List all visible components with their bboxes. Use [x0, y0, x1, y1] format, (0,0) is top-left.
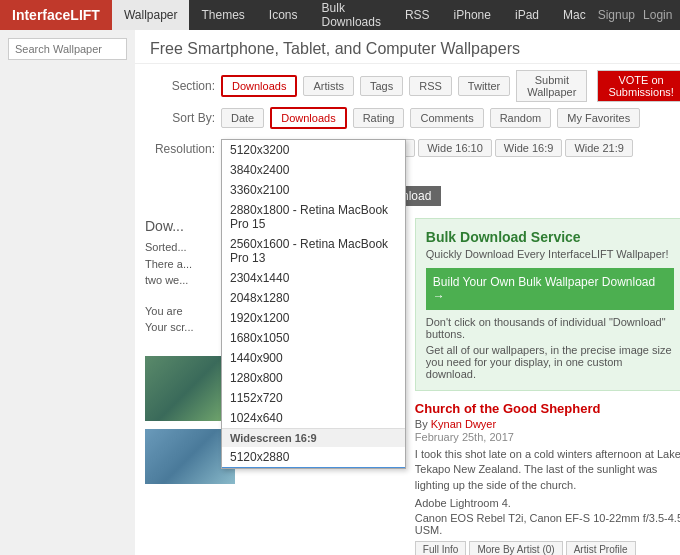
content-body: Dow... Sorted... There a... two we... Yo… — [135, 210, 680, 555]
tab-artists[interactable]: Artists — [303, 76, 354, 96]
wallpaper-title-1[interactable]: Church of the Good Shepherd — [415, 401, 680, 416]
sort-downloads[interactable]: Downloads — [270, 107, 346, 129]
nav-item-ipad[interactable]: iPad — [503, 0, 551, 30]
tab-rss[interactable]: RSS — [409, 76, 452, 96]
wallpaper-desc-1: I took this shot late on a cold winters … — [415, 447, 680, 493]
wallpaper-date-1: February 25th, 2017 — [415, 431, 680, 443]
dd-item[interactable]: 1920x1200 — [222, 308, 405, 328]
header-auth: Signup Login — [598, 8, 680, 22]
sort-random[interactable]: Random — [490, 108, 552, 128]
signup-link[interactable]: Signup — [598, 8, 635, 22]
wallpaper-card-1: Church of the Good Shepherd By Kynan Dwy… — [415, 401, 680, 555]
dd-item[interactable]: 2304x1440 — [222, 268, 405, 288]
content-area: Free Smartphone, Tablet, and Computer Wa… — [135, 30, 680, 555]
nav-item-wallpaper[interactable]: Wallpaper — [112, 0, 190, 30]
res-btn-wide169[interactable]: Wide 16:9 — [495, 139, 563, 157]
dd-item[interactable]: 1280x800 — [222, 368, 405, 388]
artist-profile-btn[interactable]: Artist Profile — [566, 541, 636, 555]
dd-item[interactable]: 2560x1600 - Retina MacBook Pro 13 — [222, 234, 405, 268]
dd-item[interactable]: 5120x2880 — [222, 447, 405, 467]
dd-item[interactable]: 2048x1280 — [222, 288, 405, 308]
search-input[interactable] — [8, 38, 127, 60]
res-btn-wide1610[interactable]: Wide 16:10 — [418, 139, 492, 157]
sort-row: Sort By: Date Downloads Rating Comments … — [145, 107, 680, 129]
resolution-row: Resolution: Any iPhone iPad Android Wide… — [135, 135, 680, 182]
main-layout: Free Smartphone, Tablet, and Computer Wa… — [0, 30, 680, 555]
wallpaper-camera-1: Canon EOS Rebel T2i, Canon EF-S 10-22mm … — [415, 512, 680, 536]
wallpaper-software-1: Adobe Lightroom 4. — [415, 497, 680, 509]
bulk-title: Bulk Download Service — [426, 229, 674, 245]
dd-item-selected[interactable]: 3840x2160 - 4K UHDTV — [222, 467, 405, 469]
header: InterfaceLIFT Wallpaper Themes Icons Bul… — [0, 0, 680, 30]
wallpaper-actions-1: Full Info More By Artist (0) Artist Prof… — [415, 541, 680, 555]
dd-item[interactable]: 1024x640 — [222, 408, 405, 428]
full-info-btn[interactable]: Full Info — [415, 541, 467, 555]
dd-item[interactable]: 1152x720 — [222, 388, 405, 408]
nav-item-rss[interactable]: RSS — [393, 0, 442, 30]
bottom-select-row: 1920x1080 - 1080p H... Download — [135, 182, 680, 210]
bulk-note: Don't click on thousands of individual "… — [426, 316, 674, 340]
sort-comments[interactable]: Comments — [410, 108, 483, 128]
author-link-1[interactable]: Kynan Dwyer — [431, 418, 496, 430]
login-link[interactable]: Login — [643, 8, 672, 22]
bulk-download-box: Bulk Download Service Quickly Download E… — [415, 218, 680, 391]
sort-date[interactable]: Date — [221, 108, 264, 128]
resolution-dropdown[interactable]: 5120x3200 3840x2400 3360x2100 2880x1800 … — [221, 139, 406, 469]
right-column: Bulk Download Service Quickly Download E… — [415, 218, 680, 555]
dd-item[interactable]: 1440x900 — [222, 348, 405, 368]
main-nav: Wallpaper Themes Icons Bulk Downloads RS… — [112, 0, 598, 30]
controls: Section: Downloads Artists Tags RSS Twit… — [135, 64, 680, 135]
sort-rating[interactable]: Rating — [353, 108, 405, 128]
sort-label: Sort By: — [145, 111, 215, 125]
sidebar — [0, 30, 135, 555]
bulk-note2: Get all of our wallpapers, in the precis… — [426, 344, 674, 380]
bulk-download-button[interactable]: Build Your Own Bulk Wallpaper Download → — [426, 268, 674, 310]
nav-item-iphone[interactable]: iPhone — [442, 0, 503, 30]
dd-section-wide169: Widescreen 16:9 — [222, 428, 405, 447]
wallpaper-info-1: Church of the Good Shepherd By Kynan Dwy… — [415, 401, 680, 555]
tab-twitter[interactable]: Twitter — [458, 76, 510, 96]
resolution-label: Resolution: — [145, 139, 215, 156]
nav-item-themes[interactable]: Themes — [189, 0, 256, 30]
page-title-bar: Free Smartphone, Tablet, and Computer Wa… — [135, 30, 680, 64]
nav-item-mac[interactable]: Mac — [551, 0, 598, 30]
sort-favorites[interactable]: My Favorites — [557, 108, 640, 128]
tab-downloads[interactable]: Downloads — [221, 75, 297, 97]
nav-item-bulk[interactable]: Bulk Downloads — [310, 0, 393, 30]
logo: InterfaceLIFT — [0, 0, 112, 30]
dd-item[interactable]: 5120x3200 — [222, 140, 405, 160]
dd-item[interactable]: 1680x1050 — [222, 328, 405, 348]
submit-wallpaper-btn[interactable]: Submit Wallpaper — [516, 70, 587, 102]
wallpaper-author-1: By Kynan Dwyer — [415, 418, 680, 430]
page-title: Free Smartphone, Tablet, and Computer Wa… — [150, 40, 680, 58]
nav-item-icons[interactable]: Icons — [257, 0, 310, 30]
dd-item[interactable]: 3360x2100 — [222, 180, 405, 200]
res-btn-wide219[interactable]: Wide 21:9 — [565, 139, 633, 157]
vote-btn[interactable]: VOTE on Submissions! — [597, 70, 680, 102]
dd-item[interactable]: 3840x2400 — [222, 160, 405, 180]
more-by-artist-btn[interactable]: More By Artist (0) — [469, 541, 562, 555]
bulk-subtitle: Quickly Download Every InterfaceLIFT Wal… — [426, 248, 674, 260]
section-row: Section: Downloads Artists Tags RSS Twit… — [145, 70, 680, 102]
tab-tags[interactable]: Tags — [360, 76, 403, 96]
dd-item[interactable]: 2880x1800 - Retina MacBook Pro 15 — [222, 200, 405, 234]
resolution-controls: Any iPhone iPad Android Wide 16:10 Wide … — [221, 139, 680, 178]
section-label: Section: — [145, 79, 215, 93]
